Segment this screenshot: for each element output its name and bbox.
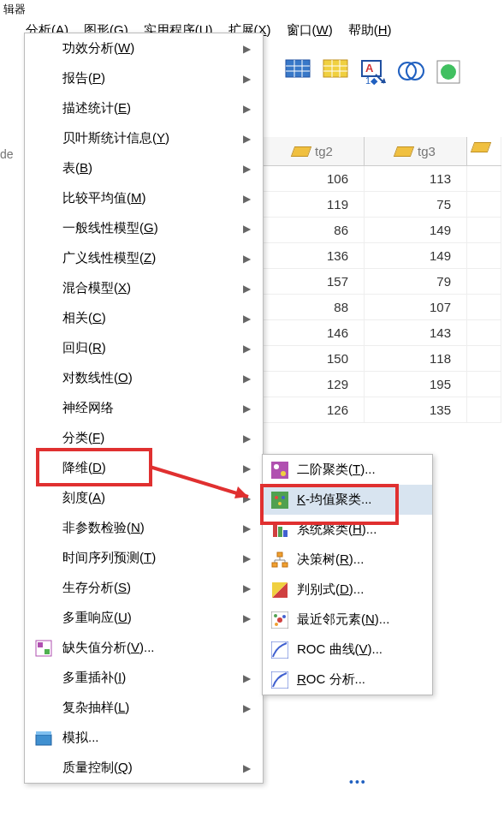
menu-item-tables[interactable]: 表(B)▶ <box>25 153 263 183</box>
menu-item-dimred[interactable]: 降维(D)▶ <box>25 453 263 483</box>
menu-item-multresp[interactable]: 多重响应(U)▶ <box>25 603 263 633</box>
table-row[interactable]: 146143 <box>262 320 501 346</box>
menu-item-complex[interactable]: 复杂抽样(L)▶ <box>25 693 263 723</box>
table-row[interactable]: 106113 <box>262 166 501 192</box>
cell-tg3[interactable]: 135 <box>365 397 467 422</box>
table-row[interactable]: 11975 <box>262 192 501 218</box>
sub-item-hier[interactable]: 系统聚类(H)... <box>263 515 432 545</box>
column-header-extra[interactable] <box>467 137 501 165</box>
menu-item-reports[interactable]: 报告(P)▶ <box>25 63 263 93</box>
cell-tg3[interactable]: 79 <box>365 269 467 294</box>
column-header-tg2[interactable]: tg2 <box>262 137 365 165</box>
sub-item-discrim[interactable]: 判别式(D)... <box>263 575 432 605</box>
menu-item-glm[interactable]: 一般线性模型(G)▶ <box>25 213 263 243</box>
cell-extra[interactable] <box>467 295 501 319</box>
chevron-right-icon: ▶ <box>243 193 251 205</box>
chevron-right-icon: ▶ <box>243 283 251 295</box>
svg-rect-35 <box>282 563 288 567</box>
cell-extra[interactable] <box>467 218 501 242</box>
cell-extra[interactable] <box>467 166 501 191</box>
cell-extra[interactable] <box>467 269 501 294</box>
sub-item-kmeans[interactable]: K-均值聚类... <box>263 485 432 515</box>
cell-tg2[interactable]: 119 <box>262 192 365 217</box>
grid-fill-icon[interactable] <box>282 57 313 87</box>
menu-item-neural[interactable]: 神经网络▶ <box>25 393 263 423</box>
sub-item-rocv[interactable]: ROC 曲线(V)... <box>263 635 432 665</box>
cell-tg2[interactable]: 88 <box>262 295 365 319</box>
cell-tg2[interactable]: 126 <box>262 397 365 422</box>
label-icon[interactable]: A1◆ <box>358 57 388 87</box>
chevron-right-icon: ▶ <box>243 492 251 504</box>
menu-item-quality[interactable]: 质量控制(Q)▶ <box>25 753 263 783</box>
data-table: tg2 tg3 10611311975861491361491577988107… <box>262 137 501 423</box>
ruler-icon <box>394 146 414 157</box>
sub-item-knn[interactable]: 最近邻元素(N)... <box>263 605 432 635</box>
menu-item-compare[interactable]: 比较平均值(M)▶ <box>25 183 263 213</box>
cell-tg3[interactable]: 75 <box>365 192 467 217</box>
cell-tg3[interactable]: 118 <box>365 346 467 371</box>
circle-green-icon[interactable] <box>433 57 464 87</box>
menu-item-mixed[interactable]: 混合模型(X)▶ <box>25 273 263 303</box>
svg-rect-34 <box>272 563 277 567</box>
table-row[interactable]: 136149 <box>262 243 501 269</box>
table-row[interactable]: 15779 <box>262 269 501 295</box>
menu-item-nonpar[interactable]: 非参数检验(N)▶ <box>25 513 263 543</box>
menu-item-gzlm[interactable]: 广义线性模型(Z)▶ <box>25 243 263 273</box>
cell-tg2[interactable]: 106 <box>262 166 365 191</box>
roc-analysis-icon <box>270 670 290 690</box>
cell-tg3[interactable]: 149 <box>365 243 467 268</box>
cell-extra[interactable] <box>467 372 501 397</box>
sub-item-roc[interactable]: ROC 分析... <box>263 665 432 695</box>
column-header-tg3[interactable]: tg3 <box>365 137 467 165</box>
cell-tg3[interactable]: 195 <box>365 372 467 397</box>
cell-tg2[interactable]: 150 <box>262 346 365 371</box>
svg-rect-21 <box>36 735 51 745</box>
svg-rect-26 <box>271 492 288 509</box>
cell-tg2[interactable]: 136 <box>262 243 365 268</box>
menu-item-bayes[interactable]: 贝叶斯统计信息(Y)▶ <box>25 123 263 153</box>
menu-item-classify[interactable]: 分类(F)▶ <box>25 423 263 453</box>
table-row[interactable]: 129195 <box>262 372 501 397</box>
cell-tg3[interactable]: 143 <box>365 320 467 345</box>
table-row[interactable]: 86149 <box>262 218 501 243</box>
discrim-icon <box>270 580 290 600</box>
cell-tg2[interactable]: 157 <box>262 269 365 294</box>
sub-item-tree[interactable]: 决策树(R)... <box>263 545 432 575</box>
chevron-right-icon: ▶ <box>243 432 251 444</box>
cell-extra[interactable] <box>467 397 501 422</box>
menu-item-corr[interactable]: 相关(C)▶ <box>25 303 263 333</box>
cell-tg2[interactable]: 146 <box>262 320 365 345</box>
cell-tg2[interactable]: 86 <box>262 218 365 242</box>
chevron-right-icon: ▶ <box>243 702 251 714</box>
venn-icon[interactable] <box>395 57 426 87</box>
cell-tg3[interactable]: 107 <box>365 295 467 319</box>
svg-point-24 <box>274 464 279 469</box>
ruler-icon <box>471 142 491 152</box>
cell-extra[interactable] <box>467 346 501 371</box>
menu-item-power[interactable]: 功效分析(W)▶ <box>25 33 263 63</box>
menu-item-regr[interactable]: 回归(R)▶ <box>25 333 263 363</box>
cell-extra[interactable] <box>467 192 501 217</box>
menu-item-ts[interactable]: 时间序列预测(T)▶ <box>25 543 263 573</box>
menu-item-scale[interactable]: 刻度(A)▶ <box>25 483 263 513</box>
menu-item-missing[interactable]: 缺失值分析(V)... <box>25 633 263 663</box>
menu-item-impute[interactable]: 多重插补(I)▶ <box>25 663 263 693</box>
cell-extra[interactable] <box>467 243 501 268</box>
cell-tg3[interactable]: 149 <box>365 218 467 242</box>
hier-icon <box>270 520 290 540</box>
sub-item-twostep[interactable]: 二阶聚类(T)... <box>263 455 432 485</box>
menu-item-simulate[interactable]: 模拟... <box>25 723 263 753</box>
grid-highlight-icon[interactable] <box>320 57 351 87</box>
cell-extra[interactable] <box>467 320 501 345</box>
cell-tg3[interactable]: 113 <box>365 166 467 191</box>
table-row[interactable]: 88107 <box>262 295 501 320</box>
menu-window[interactable]: 窗口(W) <box>287 22 333 39</box>
table-row[interactable]: 126135 <box>262 397 501 423</box>
menu-item-desc[interactable]: 描述统计(E)▶ <box>25 93 263 123</box>
menu-help[interactable]: 帮助(H) <box>348 22 392 39</box>
svg-rect-31 <box>278 527 282 537</box>
cell-tg2[interactable]: 129 <box>262 372 365 397</box>
menu-item-surv[interactable]: 生存分析(S)▶ <box>25 573 263 603</box>
menu-item-loglin[interactable]: 对数线性(O)▶ <box>25 363 263 393</box>
table-row[interactable]: 150118 <box>262 346 501 372</box>
